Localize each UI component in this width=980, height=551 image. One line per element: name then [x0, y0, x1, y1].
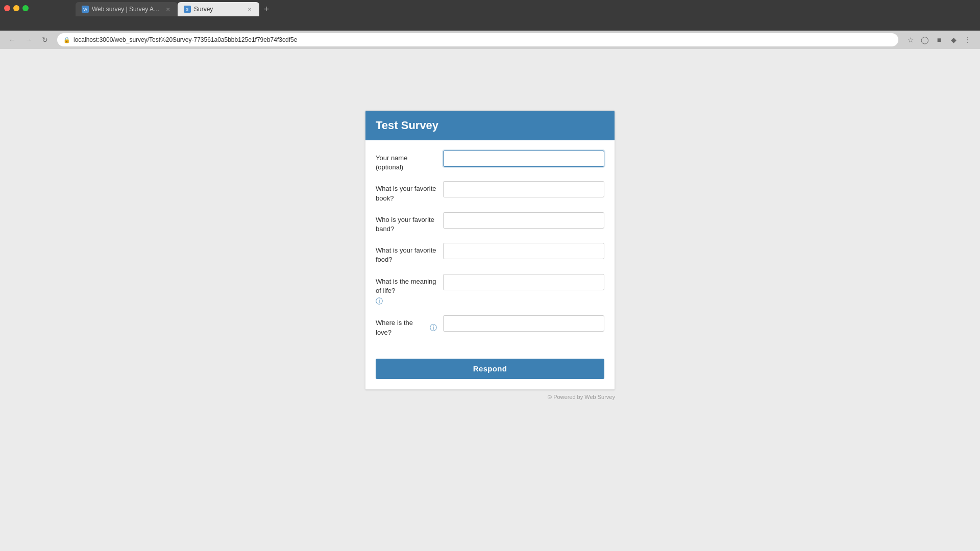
field-food: What is your favorite food? [376, 243, 604, 264]
menu-button[interactable]: ⋮ [962, 34, 974, 46]
back-button[interactable]: ← [6, 34, 18, 46]
field-name-label: Your name (optional) [376, 151, 437, 172]
tab-survey-admin[interactable]: W Web survey | Survey Admin ✕ [76, 2, 178, 16]
forward-button[interactable]: → [22, 34, 35, 46]
field-book-label: What is your favorite book? [376, 181, 437, 203]
extension-btn-2[interactable]: ■ [933, 34, 945, 46]
field-book-input[interactable] [443, 181, 604, 197]
field-love-input[interactable] [443, 315, 604, 332]
tabs-bar: W Web survey | Survey Admin ✕ S Survey ✕… [35, 0, 314, 16]
field-book: What is your favorite book? [376, 181, 604, 203]
page-content: Test Survey Your name (optional) What is… [0, 49, 980, 551]
field-meaning-label: What is the meaning of life? [376, 277, 437, 295]
close-window-button[interactable] [4, 5, 10, 11]
new-tab-button[interactable]: + [259, 2, 274, 16]
field-love-label-inline: Where is the love? ⓘ [376, 318, 437, 337]
extension-btn-1[interactable]: ◯ [919, 34, 931, 46]
field-food-label: What is your favorite food? [376, 243, 437, 264]
tab-survey-close[interactable]: ✕ [246, 6, 253, 13]
field-love-label-wrapper: Where is the love? ⓘ [376, 315, 437, 337]
field-band: Who is your favorite band? [376, 212, 604, 234]
reload-button[interactable]: ↻ [39, 34, 51, 46]
info-icon-meaning[interactable]: ⓘ [376, 296, 437, 307]
powered-by: © Powered by Web Survey [365, 390, 615, 402]
field-love: Where is the love? ⓘ [376, 315, 604, 337]
minimize-window-button[interactable] [13, 5, 19, 11]
survey-title: Test Survey [376, 119, 604, 132]
field-name: Your name (optional) [376, 151, 604, 172]
field-love-label: Where is the love? [376, 318, 428, 337]
maximize-window-button[interactable] [22, 5, 29, 11]
lock-icon: 🔒 [63, 37, 70, 43]
address-bar[interactable]: 🔒 localhost:3000/web_survey/Test%20Surve… [57, 33, 898, 46]
tab-survey[interactable]: S Survey ✕ [178, 2, 259, 16]
address-text: localhost:3000/web_survey/Test%20Survey-… [74, 36, 297, 43]
traffic-lights [4, 5, 29, 11]
respond-button[interactable]: Respond [376, 359, 604, 379]
extension-btn-3[interactable]: ◆ [947, 34, 960, 46]
info-icon-love[interactable]: ⓘ [430, 323, 437, 333]
browser-chrome: W Web survey | Survey Admin ✕ S Survey ✕… [0, 0, 980, 31]
title-bar: W Web survey | Survey Admin ✕ S Survey ✕… [0, 0, 980, 16]
field-band-label: Who is your favorite band? [376, 212, 437, 234]
tab-survey-admin-close[interactable]: ✕ [164, 6, 172, 13]
survey-body: Your name (optional) What is your favori… [365, 140, 615, 357]
address-bar-row: ← → ↻ 🔒 localhost:3000/web_survey/Test%2… [0, 31, 980, 49]
tab-survey-admin-label: Web survey | Survey Admin [92, 6, 161, 13]
field-meaning: What is the meaning of life? ⓘ [376, 274, 604, 307]
field-band-input[interactable] [443, 212, 604, 229]
field-meaning-input[interactable] [443, 274, 604, 290]
tab-survey-label: Survey [194, 6, 243, 13]
browser-actions: ☆ ◯ ■ ◆ ⋮ [904, 34, 974, 46]
field-name-input[interactable] [443, 151, 604, 167]
survey-header: Test Survey [365, 111, 615, 140]
survey-container: Test Survey Your name (optional) What is… [365, 110, 615, 390]
tab-survey-favicon: S [184, 6, 191, 13]
field-food-input[interactable] [443, 243, 604, 259]
field-meaning-label-wrapper: What is the meaning of life? ⓘ [376, 274, 437, 307]
bookmark-button[interactable]: ☆ [904, 34, 917, 46]
tab-survey-admin-favicon: W [82, 6, 89, 13]
